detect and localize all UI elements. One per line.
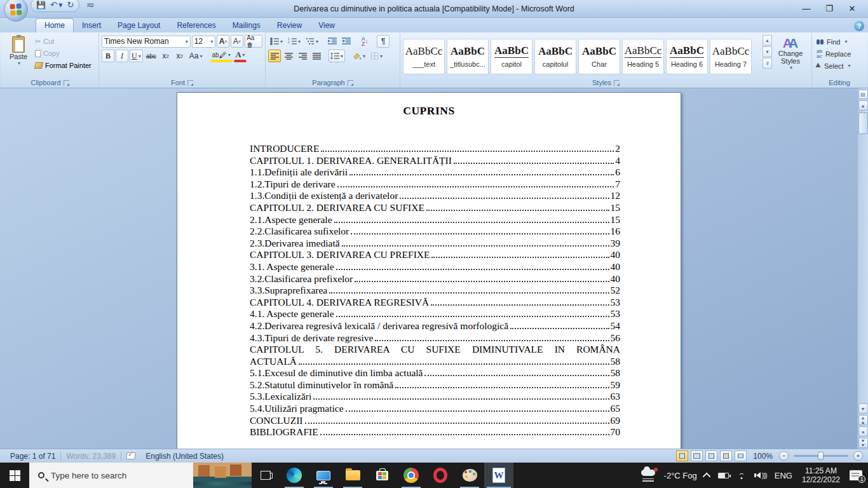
weather-temperature[interactable]: -2°C Fog xyxy=(661,463,700,488)
toc-entry[interactable]: 3.2.Clasificarea prefixelor40 xyxy=(250,273,620,285)
toc-entry[interactable]: 5.4.Utilizări pragmatice65 xyxy=(250,403,620,415)
zoom-out-button[interactable]: − xyxy=(779,451,789,461)
italic-button[interactable]: I xyxy=(116,50,128,62)
customize-qat-button[interactable]: ≂ xyxy=(81,0,99,12)
scrollbar-thumb[interactable] xyxy=(858,112,868,134)
tab-mailings[interactable]: Mailings xyxy=(224,19,269,32)
volume-control[interactable]: ))) xyxy=(751,463,770,488)
gallery-more-button[interactable]: ⊽ xyxy=(763,58,772,69)
start-button[interactable] xyxy=(0,463,29,488)
scroll-up-button[interactable]: ▲ xyxy=(858,100,868,111)
shading-button[interactable]: ▾ xyxy=(351,50,367,62)
decrease-indent-button[interactable] xyxy=(326,35,339,48)
toc-entry[interactable]: 1.3.Condiții de existență a derivatelor1… xyxy=(250,190,620,202)
zoom-slider[interactable] xyxy=(794,455,848,457)
zoom-slider-thumb[interactable] xyxy=(818,452,824,460)
outline-view-button[interactable] xyxy=(720,451,732,461)
taskbar-app-file-explorer[interactable] xyxy=(338,463,367,488)
taskbar-app-paint[interactable] xyxy=(455,463,484,488)
toc-entry[interactable]: 1.1.Definiții ale derivării6 xyxy=(250,166,620,179)
ruler-toggle-button[interactable]: ▤ xyxy=(858,90,868,99)
page-indicator[interactable]: Page: 1 of 71 xyxy=(5,452,60,461)
tab-view[interactable]: View xyxy=(310,19,343,32)
style--titlusubc-[interactable]: AaBbC_titlusubc... xyxy=(447,39,489,74)
clock[interactable]: 11:25 AM12/22/2022 xyxy=(797,463,845,488)
align-center-button[interactable] xyxy=(282,50,295,62)
toc-entry[interactable]: CAPITOLUL 3. DERIVAREA CU PREFIXE40 xyxy=(250,249,620,261)
underline-button[interactable]: U▾ xyxy=(130,50,143,62)
font-size-select[interactable]: 12▾ xyxy=(192,36,215,48)
tab-references[interactable]: References xyxy=(168,19,224,32)
taskbar-app-edge[interactable] xyxy=(280,463,309,488)
network-status[interactable] xyxy=(733,463,750,488)
styles-dialog-launcher[interactable] xyxy=(614,80,620,86)
taskbar-app-store[interactable] xyxy=(367,463,397,488)
multilevel-list-button[interactable]: ▾ xyxy=(304,35,320,48)
scroll-down-button[interactable]: ▼ xyxy=(858,403,868,414)
undo-button[interactable]: ↶▾ xyxy=(50,0,62,10)
previous-page-button[interactable]: ▲▲ xyxy=(858,415,868,425)
redo-button[interactable]: ↻ xyxy=(67,0,74,10)
toc-entry[interactable]: 4.2.Derivarea regresivă lexicală / deriv… xyxy=(250,320,620,332)
align-left-button[interactable] xyxy=(268,50,281,62)
print-layout-view-button[interactable] xyxy=(676,451,688,461)
clipboard-dialog-launcher[interactable] xyxy=(64,80,69,86)
full-screen-reading-view-button[interactable] xyxy=(691,451,703,461)
maximize-button[interactable]: ❐ xyxy=(820,3,839,15)
subscript-button[interactable]: x2 xyxy=(159,50,172,62)
cut-button[interactable]: ✂ Cut xyxy=(33,36,93,47)
copy-button[interactable]: Copy xyxy=(33,48,93,59)
toc-entry[interactable]: 3.3.Supraprefixarea52 xyxy=(250,285,620,297)
change-case-button[interactable]: Aa▾ xyxy=(187,50,205,62)
tab-review[interactable]: Review xyxy=(269,19,310,32)
bullets-button[interactable]: ▾ xyxy=(268,35,285,48)
toc-entry[interactable]: CONCLUZII69 xyxy=(250,415,620,427)
scrollbar-track[interactable] xyxy=(858,111,868,403)
toc-entry[interactable]: 5.1.Excesul de diminutive din limba actu… xyxy=(250,367,620,379)
toc-entry[interactable]: 1.2.Tipuri de derivare7 xyxy=(250,179,620,191)
toc-entry[interactable]: CAPITOLUL 5. DERIVAREA CU SUFIXE DIMINUT… xyxy=(250,344,620,356)
document-page[interactable]: CUPRINS INTRODUCERE2CAPITOLUL 1. DERIVAR… xyxy=(177,92,681,449)
change-styles-button[interactable]: AA Change Styles▾ xyxy=(772,35,809,78)
toc-entry[interactable]: 2.3.Derivarea imediată39 xyxy=(250,238,620,250)
style-capitol[interactable]: AaBbCcapitol xyxy=(491,39,532,74)
bold-button[interactable]: B xyxy=(102,50,114,62)
justify-button[interactable] xyxy=(310,50,323,62)
battery-status[interactable] xyxy=(715,463,732,488)
paste-button[interactable]: Paste▾ xyxy=(4,35,33,78)
weather-widget[interactable] xyxy=(638,463,660,488)
toc-entry[interactable]: 4.3.Tipuri de derivate regresive56 xyxy=(250,332,620,344)
line-spacing-button[interactable]: ▾ xyxy=(329,50,345,62)
taskbar-app-chrome[interactable] xyxy=(397,463,426,488)
tab-page-layout[interactable]: Page Layout xyxy=(109,19,168,32)
superscript-button[interactable]: x2 xyxy=(173,50,186,62)
shrink-font-button[interactable]: A˅ xyxy=(231,35,243,48)
style--text[interactable]: AaBbCc___text xyxy=(403,39,445,74)
style-heading-5[interactable]: AaBbCcHeading 5 xyxy=(622,39,664,74)
select-button[interactable]: Select▾ xyxy=(815,60,853,71)
minimize-button[interactable]: — xyxy=(797,3,816,15)
toc-entry[interactable]: 5.3.Lexicalizări63 xyxy=(250,391,620,403)
hidden-icons-button[interactable] xyxy=(702,463,714,488)
text-highlight-button[interactable]: ab🖉▾ xyxy=(210,50,233,62)
taskbar-app-opera[interactable] xyxy=(426,463,455,488)
search-highlight-image[interactable] xyxy=(193,463,252,488)
input-language[interactable]: ENG xyxy=(771,463,796,488)
toc-entry[interactable]: 2.1.Aspecte generale15 xyxy=(250,214,620,226)
replace-button[interactable]: abac Replace xyxy=(815,48,853,59)
toc-entry[interactable]: CAPITOLUL 4. DERIVAREA REGRESIVĂ53 xyxy=(250,297,620,309)
gallery-down-button[interactable]: ▼ xyxy=(763,46,772,57)
toc-entry[interactable]: 3.1. Aspecte generale40 xyxy=(250,261,620,273)
taskbar-app-word[interactable]: W xyxy=(484,463,513,488)
taskbar-app-this-pc[interactable] xyxy=(309,463,338,488)
clear-formatting-button[interactable]: Aa🗑 xyxy=(245,35,262,48)
sort-button[interactable]: AZ↓ xyxy=(358,35,371,48)
toc-entry[interactable]: 4.1. Aspecte generale53 xyxy=(250,308,620,320)
toc-entry[interactable]: CAPITOLUL 1. DERIVAREA. GENERALITĂȚII4 xyxy=(250,155,620,167)
strikethrough-button[interactable]: abc xyxy=(144,50,158,62)
style-heading-7[interactable]: AaBbCcHeading 7 xyxy=(710,39,752,74)
show-hide-pilcrow-button[interactable]: ¶ xyxy=(377,35,390,48)
office-button[interactable] xyxy=(4,0,28,22)
language-indicator[interactable]: English (United States) xyxy=(140,452,229,461)
paragraph-dialog-launcher[interactable] xyxy=(348,80,353,86)
